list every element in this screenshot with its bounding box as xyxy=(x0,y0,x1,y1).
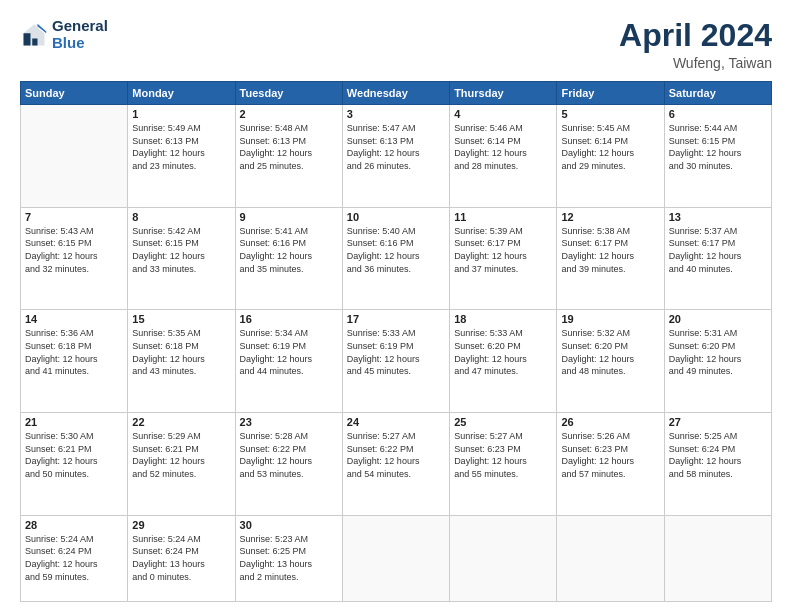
day-number: 9 xyxy=(240,211,338,223)
day-number: 10 xyxy=(347,211,445,223)
day-number: 7 xyxy=(25,211,123,223)
calendar-cell: 10Sunrise: 5:40 AM Sunset: 6:16 PM Dayli… xyxy=(342,207,449,310)
day-info: Sunrise: 5:43 AM Sunset: 6:15 PM Dayligh… xyxy=(25,225,123,275)
day-info: Sunrise: 5:35 AM Sunset: 6:18 PM Dayligh… xyxy=(132,327,230,377)
day-number: 3 xyxy=(347,108,445,120)
calendar-cell: 30Sunrise: 5:23 AM Sunset: 6:25 PM Dayli… xyxy=(235,515,342,601)
day-info: Sunrise: 5:33 AM Sunset: 6:19 PM Dayligh… xyxy=(347,327,445,377)
day-info: Sunrise: 5:49 AM Sunset: 6:13 PM Dayligh… xyxy=(132,122,230,172)
day-number: 25 xyxy=(454,416,552,428)
calendar-header: SundayMondayTuesdayWednesdayThursdayFrid… xyxy=(21,82,772,105)
calendar-cell: 20Sunrise: 5:31 AM Sunset: 6:20 PM Dayli… xyxy=(664,310,771,413)
calendar-cell: 11Sunrise: 5:39 AM Sunset: 6:17 PM Dayli… xyxy=(450,207,557,310)
logo-icon xyxy=(20,21,48,49)
calendar-cell: 8Sunrise: 5:42 AM Sunset: 6:15 PM Daylig… xyxy=(128,207,235,310)
day-number: 2 xyxy=(240,108,338,120)
day-number: 27 xyxy=(669,416,767,428)
calendar-cell: 16Sunrise: 5:34 AM Sunset: 6:19 PM Dayli… xyxy=(235,310,342,413)
logo-line1: General xyxy=(52,17,108,34)
day-info: Sunrise: 5:47 AM Sunset: 6:13 PM Dayligh… xyxy=(347,122,445,172)
page: General Blue April 2024 Wufeng, Taiwan S… xyxy=(0,0,792,612)
calendar-cell: 9Sunrise: 5:41 AM Sunset: 6:16 PM Daylig… xyxy=(235,207,342,310)
day-info: Sunrise: 5:44 AM Sunset: 6:15 PM Dayligh… xyxy=(669,122,767,172)
day-number: 14 xyxy=(25,313,123,325)
day-info: Sunrise: 5:25 AM Sunset: 6:24 PM Dayligh… xyxy=(669,430,767,480)
logo: General Blue xyxy=(20,18,108,51)
header: General Blue April 2024 Wufeng, Taiwan xyxy=(20,18,772,71)
location: Wufeng, Taiwan xyxy=(619,55,772,71)
calendar-cell: 22Sunrise: 5:29 AM Sunset: 6:21 PM Dayli… xyxy=(128,413,235,516)
weekday-header: Friday xyxy=(557,82,664,105)
calendar-cell: 7Sunrise: 5:43 AM Sunset: 6:15 PM Daylig… xyxy=(21,207,128,310)
logo-line2: Blue xyxy=(52,34,85,51)
calendar-cell xyxy=(557,515,664,601)
day-number: 21 xyxy=(25,416,123,428)
calendar-cell: 26Sunrise: 5:26 AM Sunset: 6:23 PM Dayli… xyxy=(557,413,664,516)
calendar-cell: 23Sunrise: 5:28 AM Sunset: 6:22 PM Dayli… xyxy=(235,413,342,516)
day-number: 29 xyxy=(132,519,230,531)
logo-text: General Blue xyxy=(52,18,108,51)
day-number: 13 xyxy=(669,211,767,223)
day-number: 22 xyxy=(132,416,230,428)
day-info: Sunrise: 5:27 AM Sunset: 6:23 PM Dayligh… xyxy=(454,430,552,480)
month-title: April 2024 xyxy=(619,18,772,53)
calendar-table: SundayMondayTuesdayWednesdayThursdayFrid… xyxy=(20,81,772,602)
calendar-cell: 18Sunrise: 5:33 AM Sunset: 6:20 PM Dayli… xyxy=(450,310,557,413)
calendar-cell: 29Sunrise: 5:24 AM Sunset: 6:24 PM Dayli… xyxy=(128,515,235,601)
calendar-cell: 17Sunrise: 5:33 AM Sunset: 6:19 PM Dayli… xyxy=(342,310,449,413)
day-info: Sunrise: 5:23 AM Sunset: 6:25 PM Dayligh… xyxy=(240,533,338,583)
day-info: Sunrise: 5:28 AM Sunset: 6:22 PM Dayligh… xyxy=(240,430,338,480)
day-number: 18 xyxy=(454,313,552,325)
title-area: April 2024 Wufeng, Taiwan xyxy=(619,18,772,71)
day-number: 4 xyxy=(454,108,552,120)
calendar-cell: 27Sunrise: 5:25 AM Sunset: 6:24 PM Dayli… xyxy=(664,413,771,516)
day-number: 15 xyxy=(132,313,230,325)
calendar-cell: 2Sunrise: 5:48 AM Sunset: 6:13 PM Daylig… xyxy=(235,105,342,208)
day-number: 11 xyxy=(454,211,552,223)
calendar-cell: 3Sunrise: 5:47 AM Sunset: 6:13 PM Daylig… xyxy=(342,105,449,208)
calendar-cell: 6Sunrise: 5:44 AM Sunset: 6:15 PM Daylig… xyxy=(664,105,771,208)
day-number: 30 xyxy=(240,519,338,531)
day-info: Sunrise: 5:30 AM Sunset: 6:21 PM Dayligh… xyxy=(25,430,123,480)
day-number: 20 xyxy=(669,313,767,325)
day-number: 5 xyxy=(561,108,659,120)
calendar-cell: 4Sunrise: 5:46 AM Sunset: 6:14 PM Daylig… xyxy=(450,105,557,208)
calendar-cell: 19Sunrise: 5:32 AM Sunset: 6:20 PM Dayli… xyxy=(557,310,664,413)
day-info: Sunrise: 5:41 AM Sunset: 6:16 PM Dayligh… xyxy=(240,225,338,275)
day-info: Sunrise: 5:45 AM Sunset: 6:14 PM Dayligh… xyxy=(561,122,659,172)
calendar-cell xyxy=(342,515,449,601)
day-number: 16 xyxy=(240,313,338,325)
weekday-header: Saturday xyxy=(664,82,771,105)
day-number: 6 xyxy=(669,108,767,120)
day-info: Sunrise: 5:27 AM Sunset: 6:22 PM Dayligh… xyxy=(347,430,445,480)
day-number: 19 xyxy=(561,313,659,325)
day-info: Sunrise: 5:29 AM Sunset: 6:21 PM Dayligh… xyxy=(132,430,230,480)
calendar-cell xyxy=(450,515,557,601)
day-info: Sunrise: 5:38 AM Sunset: 6:17 PM Dayligh… xyxy=(561,225,659,275)
day-number: 24 xyxy=(347,416,445,428)
day-info: Sunrise: 5:48 AM Sunset: 6:13 PM Dayligh… xyxy=(240,122,338,172)
calendar-cell: 5Sunrise: 5:45 AM Sunset: 6:14 PM Daylig… xyxy=(557,105,664,208)
svg-rect-5 xyxy=(32,38,37,45)
day-info: Sunrise: 5:42 AM Sunset: 6:15 PM Dayligh… xyxy=(132,225,230,275)
day-number: 1 xyxy=(132,108,230,120)
day-number: 26 xyxy=(561,416,659,428)
day-info: Sunrise: 5:31 AM Sunset: 6:20 PM Dayligh… xyxy=(669,327,767,377)
day-info: Sunrise: 5:26 AM Sunset: 6:23 PM Dayligh… xyxy=(561,430,659,480)
weekday-header: Thursday xyxy=(450,82,557,105)
day-info: Sunrise: 5:37 AM Sunset: 6:17 PM Dayligh… xyxy=(669,225,767,275)
day-info: Sunrise: 5:34 AM Sunset: 6:19 PM Dayligh… xyxy=(240,327,338,377)
calendar-cell: 13Sunrise: 5:37 AM Sunset: 6:17 PM Dayli… xyxy=(664,207,771,310)
day-info: Sunrise: 5:46 AM Sunset: 6:14 PM Dayligh… xyxy=(454,122,552,172)
day-number: 17 xyxy=(347,313,445,325)
calendar-cell: 25Sunrise: 5:27 AM Sunset: 6:23 PM Dayli… xyxy=(450,413,557,516)
day-number: 28 xyxy=(25,519,123,531)
calendar-cell xyxy=(664,515,771,601)
day-info: Sunrise: 5:39 AM Sunset: 6:17 PM Dayligh… xyxy=(454,225,552,275)
day-number: 8 xyxy=(132,211,230,223)
calendar-cell: 1Sunrise: 5:49 AM Sunset: 6:13 PM Daylig… xyxy=(128,105,235,208)
day-info: Sunrise: 5:40 AM Sunset: 6:16 PM Dayligh… xyxy=(347,225,445,275)
day-info: Sunrise: 5:24 AM Sunset: 6:24 PM Dayligh… xyxy=(25,533,123,583)
calendar-body: 1Sunrise: 5:49 AM Sunset: 6:13 PM Daylig… xyxy=(21,105,772,602)
calendar-cell: 14Sunrise: 5:36 AM Sunset: 6:18 PM Dayli… xyxy=(21,310,128,413)
